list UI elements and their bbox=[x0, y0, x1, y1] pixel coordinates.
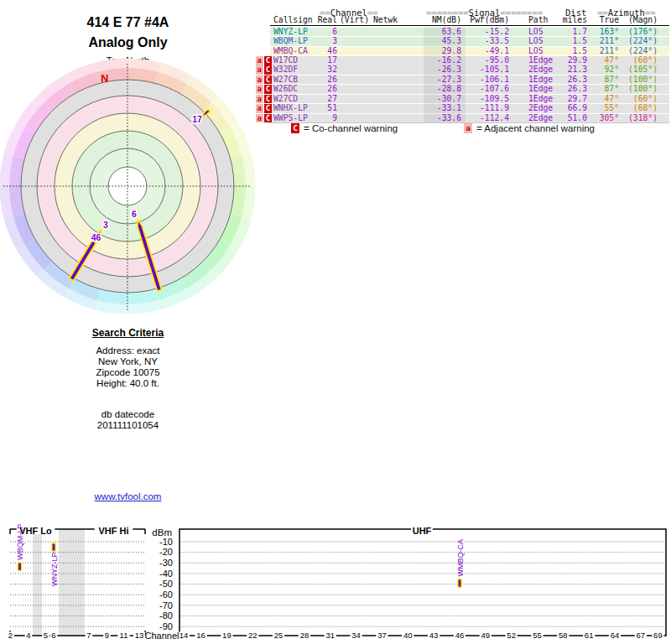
cell-true_az: 47° bbox=[585, 95, 619, 104]
cell-pwr_dbm: -109.5 bbox=[467, 95, 509, 104]
channel-tick-49: 49 bbox=[481, 631, 491, 640]
channel-tick-34: 34 bbox=[351, 631, 361, 640]
channel-tick-16: 16 bbox=[196, 631, 205, 640]
channel-tick-67: 67 bbox=[637, 631, 646, 640]
cell-true_az: 92° bbox=[585, 65, 619, 75]
cell-true_az: 87° bbox=[585, 85, 619, 94]
adjacent-channel-warning-badge: a bbox=[256, 56, 264, 65]
cell-pwr_dbm: -112.4 bbox=[467, 114, 509, 123]
cell-nm_db: -16.2 bbox=[419, 56, 461, 65]
co-channel-warning-label: = Co-channel warning bbox=[304, 123, 398, 133]
channel-tick-43: 43 bbox=[429, 631, 439, 640]
cell-magn_az: (224°) bbox=[621, 47, 658, 56]
cell-pwr_dbm: -15.2 bbox=[467, 28, 509, 37]
cell-pwr_dbm: -107.6 bbox=[467, 85, 509, 94]
cell-nm_db: -26.3 bbox=[419, 65, 461, 75]
cell-real: 6 bbox=[295, 28, 337, 37]
co-channel-warning-badge: C bbox=[264, 65, 273, 75]
table-header-underline bbox=[270, 25, 669, 26]
dbm-tick--30: -30 bbox=[159, 558, 173, 568]
db-datecode-label: db datecode bbox=[0, 409, 256, 419]
cell-nm_db: -27.3 bbox=[419, 75, 461, 85]
marker-label-WBQM-LP: WBQM-LP bbox=[16, 524, 24, 560]
spectrum-chart: VHF LoVHF HiUHF2456791113141619222528313… bbox=[0, 518, 671, 644]
channel-tick-40: 40 bbox=[403, 631, 413, 640]
co-channel-warning-badge: C bbox=[264, 95, 273, 104]
cell-magn_az: (60°) bbox=[621, 56, 658, 65]
cell-magn_az: (100°) bbox=[621, 75, 658, 85]
adjacent-channel-warning-badge: a bbox=[256, 114, 264, 123]
channel-tick-55: 55 bbox=[533, 631, 542, 640]
cell-real: 17 bbox=[295, 56, 337, 65]
cell-nm_db: 45.3 bbox=[419, 37, 461, 46]
cell-real: 26 bbox=[295, 75, 337, 85]
cell-miles: 1.7 bbox=[554, 28, 587, 37]
cell-miles: 51.0 bbox=[554, 114, 587, 123]
channel-tick-37: 37 bbox=[377, 631, 387, 640]
cell-miles: 29.9 bbox=[554, 56, 587, 65]
uhf-label: UHF bbox=[413, 526, 432, 536]
table-column-header: (Virt) bbox=[340, 16, 367, 25]
cell-miles: 66.9 bbox=[554, 104, 587, 113]
adjacent-channel-warning-badge: a bbox=[256, 95, 264, 104]
channel-tick-25: 25 bbox=[274, 631, 283, 640]
tvfool-link[interactable]: www.tvfool.com bbox=[0, 491, 256, 501]
cell-magn_az: (105°) bbox=[621, 65, 658, 75]
cell-magn_az: (176°) bbox=[621, 28, 658, 37]
cell-nm_db: 63.6 bbox=[419, 28, 461, 37]
channel-tick-4: 4 bbox=[26, 631, 30, 640]
adjacent-channel-warning-badge: a bbox=[256, 104, 264, 113]
magnetic-north-label: N bbox=[101, 73, 108, 85]
marker-WNYZ-LP bbox=[52, 543, 55, 552]
spoke-label-17: 17 bbox=[192, 114, 202, 124]
cell-nm_db: -33.1 bbox=[419, 104, 461, 113]
channel-tick-7: 7 bbox=[86, 631, 91, 640]
table-column-header: miles bbox=[554, 16, 587, 25]
search-criteria-heading: Search Criteria bbox=[0, 327, 256, 339]
cell-magn_az: (100°) bbox=[621, 85, 658, 94]
channel-tick-61: 61 bbox=[585, 631, 594, 640]
cell-miles: 26.3 bbox=[554, 75, 587, 85]
channel-tick-2: 2 bbox=[8, 631, 13, 640]
channel-tick-64: 64 bbox=[611, 631, 620, 640]
adjacent-channel-warning-icon: a bbox=[464, 123, 472, 133]
co-channel-warning-badge: C bbox=[264, 85, 273, 94]
co-channel-warning-badge: C bbox=[264, 75, 273, 85]
cell-true_az: 55° bbox=[585, 104, 619, 113]
channel-tick-28: 28 bbox=[300, 631, 309, 640]
table-column-header: NM(dB) bbox=[419, 16, 461, 25]
channel-tick-9: 9 bbox=[105, 631, 109, 640]
search-address: Address: exact bbox=[0, 345, 256, 356]
marker-WBQM-LP bbox=[18, 563, 21, 571]
spoke-label-6: 6 bbox=[132, 209, 137, 219]
cell-true_az: 305° bbox=[585, 114, 619, 123]
cell-real: 46 bbox=[295, 47, 337, 56]
cell-true_az: 47° bbox=[585, 56, 619, 65]
cell-magn_az: (60°) bbox=[621, 95, 658, 104]
cell-real: 26 bbox=[295, 85, 337, 94]
cell-true_az: 211° bbox=[585, 47, 619, 56]
table-column-header: Real bbox=[295, 16, 337, 25]
co-channel-warning-badge: C bbox=[264, 56, 273, 65]
cell-real: 9 bbox=[295, 114, 337, 123]
channel-tick-46: 46 bbox=[455, 631, 465, 640]
table-column-header: Netwk bbox=[373, 16, 403, 25]
channel-tick-6: 6 bbox=[51, 631, 55, 640]
co-channel-warning-badge: C bbox=[264, 104, 273, 113]
dbm-tick--10: -10 bbox=[159, 537, 173, 547]
search-city: New York, NY bbox=[0, 356, 256, 366]
co-channel-warning-icon: C bbox=[291, 123, 299, 133]
cell-true_az: 163° bbox=[585, 28, 619, 37]
search-height: Height: 40.0 ft. bbox=[0, 378, 256, 388]
dbm-tick--60: -60 bbox=[159, 589, 173, 600]
channel-tick-19: 19 bbox=[222, 631, 231, 640]
cell-nm_db: -30.7 bbox=[419, 95, 461, 104]
cell-real: 3 bbox=[295, 37, 337, 46]
channel-tick-14: 14 bbox=[179, 631, 189, 640]
tvfool-report-page: 414 E 77 #4A Analog Only TrueNorth N3466… bbox=[0, 0, 671, 644]
cell-pwr_dbm: -111.9 bbox=[467, 104, 509, 113]
spoke-label-46: 46 bbox=[91, 232, 101, 242]
dbm-tick--70: -70 bbox=[159, 600, 173, 610]
cell-miles: 26.3 bbox=[554, 85, 587, 94]
cell-magn_az: (68°) bbox=[621, 104, 658, 113]
